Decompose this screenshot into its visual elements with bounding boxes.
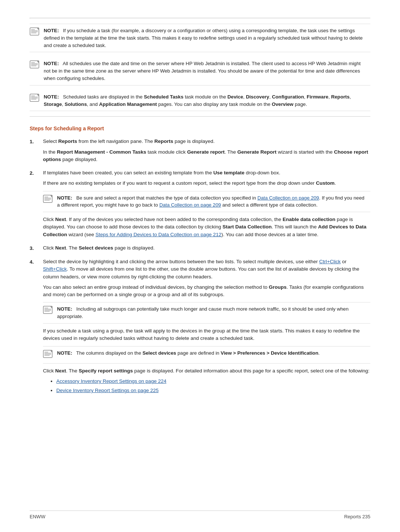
step-4-para-2: You can also select an entire group inst… [43, 284, 370, 299]
note-label-1: NOTE: [44, 28, 59, 33]
step-1: 1. Select Reports from the left navigati… [30, 138, 370, 163]
inline-note-2-icon [43, 306, 55, 316]
step-3-content: Click Next. The Select devices page is d… [43, 244, 370, 252]
link-data-collection-2[interactable]: Data Collection on page 209 [159, 202, 221, 208]
step-2-para-2: If there are no existing templates or if… [43, 180, 370, 187]
note-text-1: NOTE: If you schedule a task (for exampl… [44, 27, 366, 49]
steps-list: 1. Select Reports from the left navigati… [30, 138, 370, 396]
step-2-num: 2. [30, 169, 43, 177]
inline-note-1-text: NOTE: Be sure and select a report that m… [57, 194, 366, 209]
note-block-1: NOTE: If you schedule a task (for exampl… [30, 24, 370, 52]
step-3-block: 3. Click Next. The Select devices page i… [30, 244, 370, 252]
inline-note-3-text: NOTE: The columns displayed on the Selec… [57, 349, 366, 357]
section-divider [30, 116, 370, 117]
step-2-content: If templates have been created, you can … [43, 169, 370, 238]
step-4-num: 4. [30, 258, 43, 266]
svg-rect-20 [43, 306, 52, 314]
svg-rect-25 [43, 350, 52, 358]
note-label-3: NOTE: [44, 94, 59, 100]
footer-right: Reports 235 [344, 513, 370, 521]
bullet-link-1: Accessory Inventory Report Settings on p… [56, 378, 370, 385]
footer-left: ENWW [30, 513, 46, 521]
inline-note-3-label: NOTE: [57, 350, 72, 356]
top-divider [30, 18, 370, 19]
step-2-click-next-para: Click Next. If any of the devices you se… [43, 216, 370, 238]
bullet-link-2: Device Inventory Report Settings on page… [56, 387, 370, 394]
svg-rect-5 [30, 61, 39, 68]
inline-note-2-text: NOTE: Including all subgroups can potent… [57, 305, 366, 320]
inline-note-1: NOTE: Be sure and select a report that m… [43, 191, 370, 213]
step-1-content: Select Reports from the left navigation … [43, 138, 370, 163]
inline-note-1-label: NOTE: [57, 195, 72, 201]
note-block-2: NOTE: All schedules use the date and tim… [30, 57, 370, 85]
note-text-3: NOTE: Scheduled tasks are displayed in t… [44, 93, 366, 108]
link-shift-click[interactable]: Shift+Click [43, 266, 67, 272]
step-4: 4. Select the device by highlighting it … [30, 258, 370, 396]
step-1-num: 1. [30, 138, 43, 145]
step-4-content: Select the device by highlighting it and… [43, 258, 370, 396]
step-3-para-1: Click Next. The Select devices page is d… [43, 244, 370, 252]
link-device-inventory[interactable]: Device Inventory Report Settings on page… [56, 388, 159, 393]
note-icon-1 [30, 27, 41, 38]
page: NOTE: If you schedule a task (for exampl… [0, 0, 400, 532]
step-1-para-2: In the Report Management - Common Tasks … [43, 148, 370, 164]
link-data-collection-1[interactable]: Data Collection on page 209 [257, 195, 319, 201]
note-text-2: NOTE: All schedules use the date and tim… [44, 60, 366, 82]
inline-note-2-label: NOTE: [57, 306, 72, 312]
step-3: 3. Click Next. The Select devices page i… [30, 244, 370, 252]
note-icon-3 [30, 94, 41, 104]
step-3-num: 3. [30, 244, 43, 252]
note-icon-2 [30, 60, 41, 71]
step-2-block: 2. If templates have been created, you c… [30, 169, 370, 238]
link-accessory-inventory[interactable]: Accessory Inventory Report Settings on p… [56, 378, 166, 384]
svg-rect-15 [43, 195, 52, 203]
step-2: 2. If templates have been created, you c… [30, 169, 370, 238]
section-heading: Steps for Scheduling a Report [30, 125, 370, 133]
step-4-block: 4. Select the device by highlighting it … [30, 258, 370, 396]
inline-note-3: NOTE: The columns displayed on the Selec… [43, 346, 370, 364]
step-4-specify-para: Click Next. The Specify report settings … [43, 367, 370, 375]
svg-rect-10 [30, 94, 39, 101]
step-4-para-1: Select the device by highlighting it and… [43, 258, 370, 281]
inline-note-3-icon [43, 350, 55, 360]
bullet-links-list: Accessory Inventory Report Settings on p… [56, 378, 370, 395]
note-block-3: NOTE: Scheduled tasks are displayed in t… [30, 90, 370, 111]
step-1-block: 1. Select Reports from the left navigati… [30, 138, 370, 163]
inline-note-2: NOTE: Including all subgroups can potent… [43, 302, 370, 324]
link-steps-adding-devices[interactable]: Steps for Adding Devices to Data Collect… [96, 232, 221, 237]
inline-note-1-icon [43, 195, 55, 205]
svg-rect-0 [30, 28, 39, 35]
link-ctrl-click[interactable]: Ctrl+Click [319, 259, 341, 264]
footer: ENWW Reports 235 [30, 511, 370, 521]
note-label-2: NOTE: [44, 61, 59, 66]
step-4-para-3: If you schedule a task using a group, th… [43, 327, 370, 342]
step-1-para-1: Select Reports from the left navigation … [43, 138, 370, 145]
step-2-para-1: If templates have been created, you can … [43, 169, 370, 177]
